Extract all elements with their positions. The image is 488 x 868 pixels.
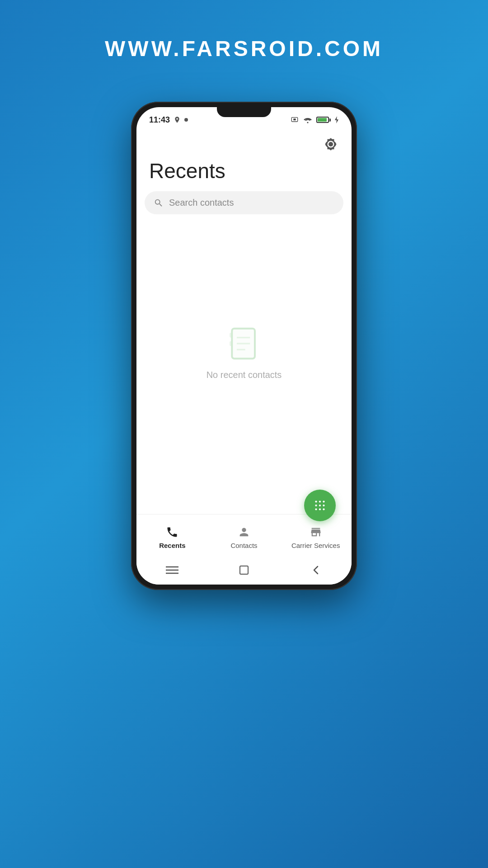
menu-icon [166, 566, 178, 575]
settings-button[interactable] [321, 134, 341, 154]
fab-container [304, 490, 336, 521]
svg-point-17 [323, 508, 324, 510]
nav-label-carrier: Carrier Services [291, 542, 340, 549]
dialpad-fab-button[interactable] [304, 490, 336, 521]
svg-point-16 [319, 508, 321, 510]
svg-point-9 [315, 500, 317, 502]
empty-state: No recent contacts [136, 219, 352, 514]
svg-point-15 [315, 508, 317, 510]
search-placeholder: Search contacts [169, 198, 234, 208]
nav-item-carrier[interactable]: Carrier Services [280, 524, 352, 549]
menu-button[interactable] [163, 564, 181, 576]
svg-rect-4 [230, 333, 233, 338]
app-content: No recent contacts [136, 219, 352, 514]
contacts-icon [236, 524, 252, 540]
time-text: 11:43 [149, 115, 170, 125]
watermark-text: WWW.FARSROID.COM [0, 36, 488, 61]
nav-item-recents[interactable]: Recents [136, 524, 208, 549]
svg-point-10 [319, 500, 321, 502]
back-button[interactable] [307, 564, 325, 576]
svg-point-12 [315, 505, 317, 506]
search-bar[interactable]: Search contacts [145, 191, 343, 214]
svg-rect-5 [230, 341, 233, 346]
svg-point-13 [319, 505, 321, 506]
search-icon [154, 198, 164, 208]
app-header [136, 130, 352, 154]
system-nav [136, 559, 352, 585]
phone-frame: 11:43 [131, 102, 357, 590]
empty-state-text: No recent contacts [206, 370, 282, 380]
phone-wrapper: 11:43 [131, 102, 357, 590]
phone-screen: 11:43 [136, 107, 352, 585]
status-dot [184, 118, 188, 122]
screen-record-icon [290, 116, 299, 123]
location-icon [174, 116, 181, 123]
gear-icon [324, 137, 338, 151]
nav-label-recents: Recents [159, 542, 185, 549]
notch [217, 107, 271, 117]
nav-label-contacts: Contacts [230, 542, 257, 549]
search-container: Search contacts [136, 191, 352, 214]
status-icons [290, 116, 339, 123]
charging-icon [334, 116, 339, 123]
svg-point-11 [323, 500, 324, 502]
home-button[interactable] [235, 564, 253, 576]
back-icon [311, 565, 320, 576]
svg-rect-21 [240, 566, 248, 574]
phone-icon [164, 524, 180, 540]
status-time: 11:43 [149, 115, 188, 125]
home-square-icon [239, 565, 249, 576]
battery-icon [316, 117, 331, 123]
svg-point-14 [323, 505, 324, 506]
page-title: Recents [136, 154, 352, 191]
carrier-icon [308, 524, 324, 540]
svg-rect-1 [293, 118, 296, 120]
nav-item-contacts[interactable]: Contacts [208, 524, 280, 549]
empty-state-icon [226, 326, 262, 362]
wifi-icon [303, 116, 313, 123]
dialpad-icon [312, 498, 328, 513]
